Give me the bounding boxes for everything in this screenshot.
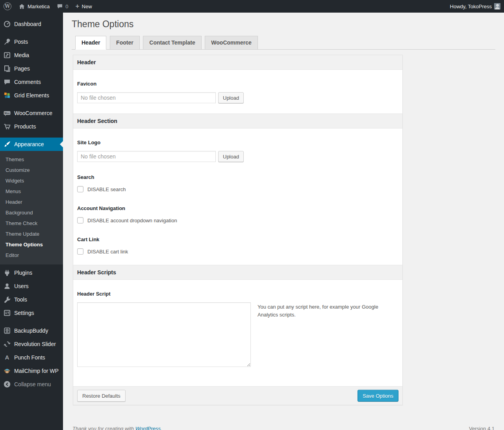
admin-bar: W Marketica 0 + New Howdy, TokoPress bbox=[0, 0, 504, 13]
version-label: Version 4.1 bbox=[469, 426, 495, 430]
disable-search-checkbox-label[interactable]: DISABLE search bbox=[87, 186, 126, 192]
comments-menu[interactable]: 0 bbox=[53, 0, 72, 13]
revolution-slider-icon bbox=[3, 340, 11, 348]
section-header-scripts: Header Scripts bbox=[73, 265, 402, 280]
page-title: Theme Options bbox=[72, 19, 495, 30]
submenu-item-header[interactable]: Header bbox=[0, 197, 63, 207]
footer-thanks-text: Thank you for creating with WordPress. bbox=[72, 426, 162, 430]
sidebar-item-revolution-slider[interactable]: Revolution Slider bbox=[0, 337, 63, 351]
sidebar-item-pages[interactable]: Pages bbox=[0, 62, 63, 75]
mailchimp-monkey-icon bbox=[3, 367, 11, 375]
sidebar-item-media[interactable]: Media bbox=[0, 48, 63, 62]
disable-account-nav-checkbox[interactable] bbox=[77, 217, 83, 223]
pages-icon bbox=[3, 65, 11, 73]
tab-woocommerce[interactable]: WooCommerce bbox=[205, 36, 258, 50]
woocommerce-icon: Woo bbox=[3, 109, 11, 117]
favicon-upload-button[interactable]: Upload bbox=[218, 92, 244, 103]
header-script-hint: You can put any script here, for example… bbox=[258, 303, 380, 319]
site-logo-file-input[interactable] bbox=[77, 151, 216, 162]
header-script-textarea[interactable] bbox=[77, 302, 251, 367]
search-label: Search bbox=[77, 162, 398, 180]
home-icon bbox=[19, 3, 25, 10]
plugin-icon bbox=[3, 269, 11, 277]
panel-footer: Restore Defaults Save Options bbox=[73, 386, 402, 405]
collapse-menu-button[interactable]: Collapse menu bbox=[0, 378, 63, 391]
grid-elements-icon bbox=[3, 91, 11, 99]
sidebar-item-tools[interactable]: Tools bbox=[0, 293, 63, 306]
letter-a-icon: A bbox=[3, 354, 11, 361]
theme-options-panel: Header Favicon Upload Header Section Sit… bbox=[73, 55, 403, 405]
tab-header[interactable]: Header bbox=[75, 36, 106, 50]
comments-icon bbox=[3, 78, 11, 86]
sidebar-item-products[interactable]: Products bbox=[0, 120, 63, 133]
disable-account-nav-checkbox-label[interactable]: DISABLE account dropdown navigation bbox=[87, 218, 177, 223]
collapse-arrow-icon bbox=[3, 380, 11, 388]
appearance-submenu: Themes Customize Widgets Menus Header Ba… bbox=[0, 151, 63, 264]
admin-menu: Dashboard Posts Media Pages Comments bbox=[0, 13, 63, 430]
sidebar-item-dashboard[interactable]: Dashboard bbox=[0, 17, 63, 31]
submenu-item-menus[interactable]: Menus bbox=[0, 186, 63, 197]
submenu-item-editor[interactable]: Editor bbox=[0, 250, 63, 261]
submenu-item-widgets[interactable]: Widgets bbox=[0, 175, 63, 186]
sidebar-item-comments[interactable]: Comments bbox=[0, 75, 63, 89]
submenu-item-themes[interactable]: Themes bbox=[0, 154, 63, 165]
plus-icon: + bbox=[76, 3, 80, 9]
site-logo-upload-button[interactable]: Upload bbox=[218, 151, 244, 162]
submenu-item-theme-options[interactable]: Theme Options bbox=[0, 239, 63, 250]
sidebar-item-mailchimp[interactable]: MailChimp for WP bbox=[0, 364, 63, 378]
submenu-item-theme-check[interactable]: Theme Check bbox=[0, 218, 63, 229]
sidebar-item-posts[interactable]: Posts bbox=[0, 35, 63, 48]
disable-cart-link-checkbox-label[interactable]: DISABLE cart link bbox=[87, 249, 128, 255]
comment-bubble-icon bbox=[57, 3, 63, 9]
user-icon bbox=[3, 282, 11, 290]
pin-icon bbox=[3, 38, 11, 46]
wordpress-link[interactable]: WordPress bbox=[135, 426, 161, 430]
favicon-label: Favicon bbox=[77, 70, 398, 87]
howdy-label: Howdy, TokoPress bbox=[450, 4, 492, 9]
comments-count: 0 bbox=[65, 4, 68, 9]
sidebar-item-backupbuddy[interactable]: BackupBuddy bbox=[0, 324, 63, 337]
sidebar-item-punch-fonts[interactable]: A Punch Fonts bbox=[0, 351, 63, 364]
wordpress-logo-icon: W bbox=[4, 2, 11, 10]
restore-defaults-button[interactable]: Restore Defaults bbox=[77, 390, 126, 402]
new-content-menu[interactable]: + New bbox=[72, 0, 96, 13]
admin-footer: Thank you for creating with WordPress. V… bbox=[72, 426, 495, 430]
header-script-label: Header Script bbox=[77, 280, 398, 297]
new-label: New bbox=[82, 4, 92, 9]
account-navigation-label: Account Navigation bbox=[77, 192, 398, 211]
sidebar-item-plugins[interactable]: Plugins bbox=[0, 266, 63, 279]
sidebar-item-woocommerce[interactable]: Woo WooCommerce bbox=[0, 106, 63, 120]
settings-icon bbox=[3, 309, 11, 317]
submenu-item-theme-update[interactable]: Theme Update bbox=[0, 229, 63, 239]
site-name-menu[interactable]: Marketica bbox=[15, 0, 53, 13]
tab-footer[interactable]: Footer bbox=[110, 36, 140, 50]
media-icon bbox=[3, 51, 11, 59]
submenu-item-background[interactable]: Background bbox=[0, 207, 63, 218]
section-header: Header bbox=[73, 55, 402, 70]
site-logo-label: Site Logo bbox=[77, 128, 398, 145]
tab-bar: Header Footer Contact Template WooCommer… bbox=[72, 36, 495, 50]
favicon-file-input[interactable] bbox=[77, 92, 216, 103]
svg-text:Woo: Woo bbox=[4, 112, 10, 114]
cart-link-label: Cart Link bbox=[77, 223, 398, 242]
avatar bbox=[494, 3, 500, 9]
backupbuddy-icon bbox=[3, 327, 11, 335]
wp-logo-menu[interactable]: W bbox=[0, 0, 15, 13]
site-name-label: Marketica bbox=[28, 4, 50, 9]
cart-icon bbox=[3, 123, 11, 130]
sidebar-item-grid-elements[interactable]: Grid Elements bbox=[0, 89, 63, 102]
header-section-body: Site Logo Upload Search DISABLE search A… bbox=[73, 128, 402, 265]
my-account-menu[interactable]: Howdy, TokoPress bbox=[447, 0, 504, 13]
disable-search-checkbox[interactable] bbox=[77, 186, 83, 192]
sidebar-item-settings[interactable]: Settings bbox=[0, 306, 63, 320]
section-header-section: Header Section bbox=[73, 114, 402, 128]
sidebar-item-users[interactable]: Users bbox=[0, 279, 63, 293]
disable-cart-link-checkbox[interactable] bbox=[77, 248, 83, 255]
sidebar-item-appearance[interactable]: Appearance bbox=[0, 138, 63, 151]
tab-contact-template[interactable]: Contact Template bbox=[143, 36, 201, 50]
submenu-item-customize[interactable]: Customize bbox=[0, 165, 63, 175]
dashboard-icon bbox=[3, 20, 11, 28]
save-options-button[interactable]: Save Options bbox=[358, 390, 398, 402]
main-content: Theme Options Header Footer Contact Temp… bbox=[63, 0, 504, 430]
wrench-icon bbox=[3, 296, 11, 303]
